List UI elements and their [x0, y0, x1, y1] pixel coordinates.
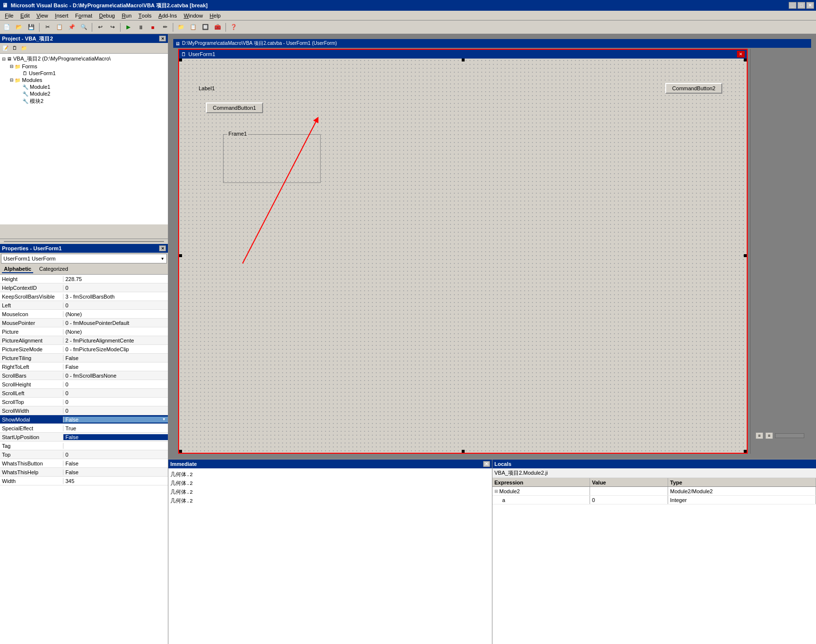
prop-value[interactable]: 0 [63, 382, 168, 387]
prop-row-scrolltop[interactable]: ScrollTop 0 [0, 398, 168, 406]
prop-value[interactable]: (None) [63, 311, 168, 317]
tree-item-userform1[interactable]: 🗒 UserForm1 [0, 70, 168, 77]
props-object-selector[interactable]: UserForm1 UserForm ▼ [1, 254, 167, 263]
prop-value[interactable]: 0 [63, 408, 168, 414]
tree-item-modules[interactable]: ⊟ 📁 Modules [0, 77, 168, 83]
prop-value[interactable]: True [63, 425, 168, 431]
prop-value[interactable]: False [63, 434, 168, 440]
scroll-icon-right[interactable]: ≡ [765, 432, 773, 439]
toolbar-paste[interactable]: 📌 [66, 22, 78, 33]
view-code-btn[interactable]: 📝 [1, 44, 10, 52]
prop-row-scrollheight[interactable]: ScrollHeight 0 [0, 380, 168, 389]
prop-row-whatsthishelp[interactable]: WhatsThisHelp False [0, 468, 168, 477]
commandbutton2-control[interactable]: CommandButton2 [665, 83, 722, 94]
prop-row-height[interactable]: Height 228.75 [0, 275, 168, 283]
toolbar-object[interactable]: 🔲 [200, 22, 211, 33]
showmodal-dropdown-arrow[interactable]: ▼ [162, 417, 166, 422]
prop-row-mouseicon[interactable]: MouseIcon (None) [0, 310, 168, 319]
project-panel-close[interactable]: ✕ [159, 36, 166, 41]
toolbar-new[interactable]: 📄 [1, 22, 13, 33]
prop-value[interactable]: 0 [63, 285, 168, 291]
menu-view[interactable]: View [34, 11, 51, 20]
prop-row-whatsthisbutton[interactable]: WhatsThisButton False [0, 459, 168, 468]
tree-item-module1[interactable]: 🔧 Module1 [0, 83, 168, 90]
prop-row-picturesizemode[interactable]: PictureSizeMode 0 - fmPictureSizeModeCli… [0, 345, 168, 354]
immediate-close-button[interactable]: ✕ [483, 461, 490, 467]
menu-edit[interactable]: Edit [18, 11, 33, 20]
tree-item-module-cn[interactable]: 🔧 模块2 [0, 97, 168, 105]
toolbar-props[interactable]: 📋 [187, 22, 199, 33]
tab-alphabetic[interactable]: Alphabetic [2, 265, 33, 273]
toolbar-explorer[interactable]: 📁 [175, 22, 187, 33]
prop-row-keepscrollbarsvisible[interactable]: KeepScrollBarsVisible 3 - fmScrollBarsBo… [0, 292, 168, 301]
prop-value[interactable]: (None) [63, 329, 168, 335]
prop-row-specialeffect[interactable]: SpecialEffect True [0, 424, 168, 433]
frame1-control[interactable]: Frame1 [223, 134, 321, 183]
prop-row-righttoleft[interactable]: RightToLeft False [0, 362, 168, 371]
prop-row-left[interactable]: Left 0 [0, 301, 168, 310]
prop-row-picture[interactable]: Picture (None) [0, 327, 168, 336]
tab-categorized[interactable]: Categorized [37, 265, 70, 273]
toolbar-find[interactable]: 🔍 [78, 22, 90, 33]
toolbar-help[interactable]: ❓ [228, 22, 240, 33]
prop-row-tag[interactable]: Tag [0, 442, 168, 450]
locals-data-row-a[interactable]: a 0 Integer [492, 496, 816, 504]
minimize-button[interactable]: _ [789, 2, 796, 9]
menu-help[interactable]: Help [207, 11, 224, 20]
prop-value[interactable]: 0 - fmMousePointerDefault [63, 320, 168, 326]
scrollbar-thumb-h[interactable] [775, 433, 804, 438]
prop-row-scrollleft[interactable]: ScrollLeft 0 [0, 389, 168, 398]
prop-row-scrollwidth[interactable]: ScrollWidth 0 [0, 406, 168, 415]
toolbar-save[interactable]: 💾 [25, 22, 37, 33]
menu-run[interactable]: Run [119, 11, 134, 20]
prop-value[interactable]: False [63, 469, 168, 475]
toolbar-tb[interactable]: 🧰 [212, 22, 224, 33]
prop-row-picturealignment[interactable]: PictureAlignment 2 - fmPictureAlignmentC… [0, 336, 168, 345]
prop-row-startupposition[interactable]: StartUpPosition False [0, 433, 168, 442]
toolbar-stop[interactable]: ■ [147, 22, 159, 33]
tree-item-module2[interactable]: 🔧 Module2 [0, 90, 168, 97]
prop-row-picturetiling[interactable]: PictureTiling False [0, 354, 168, 362]
close-button[interactable]: ✕ [806, 2, 814, 9]
toolbar-design[interactable]: ✏ [159, 22, 171, 33]
toolbar-cut[interactable]: ✂ [41, 22, 53, 33]
prop-value[interactable]: 345 [63, 478, 168, 484]
scroll-icon-left[interactable]: ≡ [755, 432, 763, 439]
prop-value[interactable]: 2 - fmPictureAlignmentCente [63, 338, 168, 343]
prop-value[interactable]: 0 [63, 390, 168, 396]
locals-data-row-module2[interactable]: ⊞ Module2 Module2/Module2 [492, 487, 816, 496]
menu-tools[interactable]: Tools [136, 11, 155, 20]
menu-file[interactable]: File [2, 11, 17, 20]
prop-row-helpcontextid[interactable]: HelpContextID 0 [0, 283, 168, 292]
toolbar-run[interactable]: ▶ [122, 22, 134, 33]
prop-row-showmodal[interactable]: ShowModal False ▼ [0, 415, 168, 424]
userform-close-button[interactable]: ✕ [737, 51, 745, 58]
userform-canvas[interactable]: Label1 CommandButton1 CommandButton2 Fra… [179, 59, 747, 453]
prop-value[interactable]: 0 [63, 399, 168, 405]
toolbar-open[interactable]: 📂 [13, 22, 25, 33]
toolbar-redo[interactable]: ↪ [106, 22, 118, 33]
label1-control[interactable]: Label1 [199, 85, 215, 91]
menu-debug[interactable]: Debug [96, 11, 118, 20]
prop-value[interactable]: False ▼ [63, 417, 168, 423]
toolbar-pause[interactable]: ⏸ [135, 22, 146, 33]
prop-row-width[interactable]: Width 345 [0, 477, 168, 485]
prop-value[interactable]: 0 [63, 452, 168, 458]
prop-value[interactable]: 228.75 [63, 276, 168, 282]
immediate-content[interactable]: 几何体.2 几何体.2 几何体.2 几何体.2 [168, 468, 492, 644]
menu-addins[interactable]: Add-Ins [156, 11, 180, 20]
prop-value[interactable]: 0 - fmScrollBarsNone [63, 373, 168, 379]
prop-row-mousepointer[interactable]: MousePointer 0 - fmMousePointerDefault [0, 319, 168, 327]
prop-value[interactable]: False [63, 355, 168, 361]
tree-item-vba-project[interactable]: ⊟ 🖥 VBA_项目2 (D:\MyPrograme\catiaMacro\ [0, 55, 168, 63]
commandbutton1-control[interactable]: CommandButton1 [206, 102, 263, 113]
view-object-btn[interactable]: 🗒 [10, 44, 19, 52]
prop-value[interactable]: 3 - fmScrollBarsBoth [63, 294, 168, 300]
prop-value[interactable]: False [63, 364, 168, 370]
maximize-button[interactable]: □ [797, 2, 805, 9]
menu-insert[interactable]: Insert [52, 11, 72, 20]
prop-value[interactable]: 0 [63, 302, 168, 308]
properties-panel-close[interactable]: ✕ [159, 245, 166, 251]
menu-format[interactable]: Format [72, 11, 95, 20]
toolbar-copy[interactable]: 📋 [54, 22, 65, 33]
